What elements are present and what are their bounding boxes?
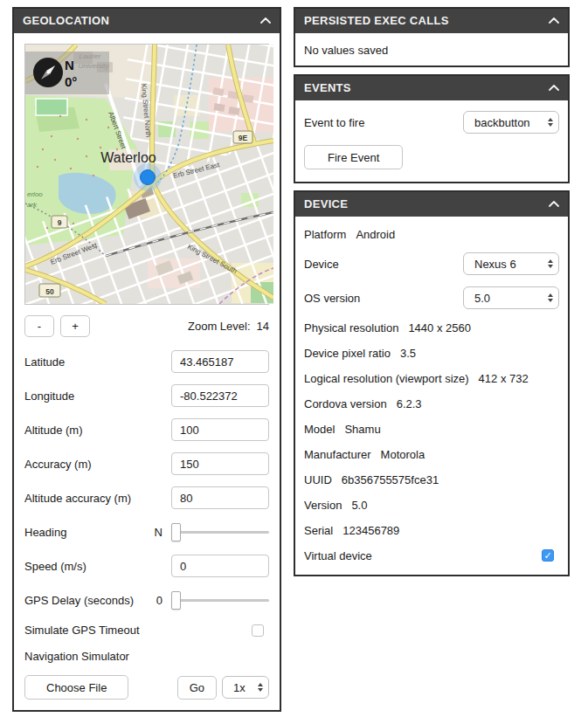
svg-text:9: 9	[58, 218, 62, 227]
select-updown-icon	[548, 259, 553, 268]
speed-input[interactable]	[171, 555, 269, 577]
map-shield-9e: 9E	[233, 131, 252, 143]
chevron-up-icon[interactable]	[549, 17, 559, 24]
event-to-fire-label: Event to fire	[304, 116, 364, 129]
map[interactable]: Laurier University Albert Street King St…	[24, 44, 269, 305]
gps-delay-slider-thumb[interactable]	[171, 591, 181, 610]
os-version-select[interactable]: 5.0	[463, 286, 559, 309]
fire-event-button[interactable]: Fire Event	[304, 145, 403, 169]
chevron-up-icon[interactable]	[549, 201, 559, 207]
device-panel-header[interactable]: DEVICE	[295, 192, 568, 217]
gps-delay-value: 0	[156, 594, 163, 607]
platform-value: Android	[356, 228, 395, 241]
map-label-park-2: ark	[27, 201, 38, 209]
compass-degrees-label: 0°	[65, 74, 77, 89]
map-label-park-1: erloo	[27, 190, 43, 198]
virtual-device-label: Virtual device	[304, 549, 372, 562]
zoom-out-button[interactable]: -	[24, 315, 54, 337]
svg-text:9E: 9E	[239, 134, 248, 142]
device-label: Device	[304, 258, 339, 271]
heading-slider-thumb[interactable]	[171, 523, 181, 541]
heading-slider[interactable]	[171, 522, 269, 542]
heading-value: N	[155, 526, 163, 539]
manufacturer-value: Motorola	[381, 448, 425, 461]
go-button[interactable]: Go	[177, 676, 217, 700]
speed-label: Speed (m/s)	[24, 560, 86, 573]
model-label: Model	[304, 423, 335, 436]
cordova-version-value: 6.2.3	[397, 397, 422, 410]
manufacturer-label: Manufacturer	[304, 448, 371, 461]
device-panel: DEVICE Platform Android Device Nexus 6	[294, 190, 570, 576]
altitude-label: Altitude (m)	[24, 424, 82, 437]
map-label-city: Waterloo	[100, 150, 156, 165]
event-select[interactable]: backbutton	[463, 111, 559, 134]
geolocation-panel-header[interactable]: GEOLOCATION	[14, 9, 280, 33]
device-panel-title: DEVICE	[304, 197, 348, 210]
select-updown-icon	[548, 118, 553, 127]
physical-resolution-label: Physical resolution	[304, 321, 398, 334]
persisted-panel-header[interactable]: PERSISTED EXEC CALLS	[295, 9, 568, 33]
cordova-version-label: Cordova version	[304, 397, 387, 410]
events-panel-header[interactable]: EVENTS	[295, 76, 568, 100]
map-sports-field	[36, 99, 67, 115]
persisted-exec-calls-panel: PERSISTED EXEC CALLS No values saved	[294, 7, 570, 67]
map-shield-50: 50	[39, 284, 60, 297]
location-marker[interactable]	[134, 163, 162, 191]
select-updown-icon	[258, 683, 263, 692]
chevron-up-icon[interactable]	[260, 17, 271, 24]
device-select[interactable]: Nexus 6	[463, 252, 559, 275]
device-pixel-ratio-value: 3.5	[400, 347, 416, 360]
heading-label: Heading	[24, 526, 66, 539]
model-value: Shamu	[344, 423, 380, 436]
version-value: 5.0	[351, 499, 367, 512]
altitude-accuracy-label: Altitude accuracy (m)	[24, 492, 131, 505]
persisted-empty-message: No values saved	[304, 44, 388, 57]
virtual-device-checkbox[interactable]: ✓	[542, 549, 554, 562]
uuid-value: 6b356755575fce31	[342, 473, 439, 486]
accuracy-input[interactable]	[171, 452, 269, 475]
events-panel: EVENTS Event to fire backbutton Fire Eve…	[294, 74, 570, 183]
navigation-simulator-label: Navigation Simulator	[24, 650, 129, 663]
platform-label: Platform	[304, 228, 346, 241]
map-shield-9: 9	[52, 216, 67, 228]
altitude-input[interactable]	[171, 418, 269, 441]
svg-text:50: 50	[45, 287, 54, 296]
simulator-page: GEOLOCATION	[0, 0, 588, 712]
longitude-input[interactable]	[171, 384, 269, 407]
latitude-input[interactable]	[171, 350, 269, 373]
choose-file-button[interactable]: Choose File	[24, 675, 128, 700]
playback-speed-select[interactable]: 1x	[222, 676, 269, 699]
chevron-up-icon[interactable]	[549, 85, 559, 91]
physical-resolution-value: 1440 x 2560	[408, 321, 471, 334]
logical-resolution-value: 412 x 732	[479, 372, 529, 385]
version-label: Version	[304, 499, 342, 512]
events-panel-title: EVENTS	[304, 81, 351, 94]
zoom-in-button[interactable]: +	[60, 315, 90, 337]
compass-overlay[interactable]: N 0°	[25, 52, 109, 94]
device-pixel-ratio-label: Device pixel ratio	[304, 347, 391, 360]
geolocation-panel: GEOLOCATION	[12, 7, 281, 712]
gps-delay-slider[interactable]	[171, 590, 269, 610]
zoom-level-value: 14	[257, 320, 269, 333]
logical-resolution-label: Logical resolution (viewport size)	[304, 372, 469, 385]
altitude-accuracy-input[interactable]	[171, 486, 269, 509]
accuracy-label: Accuracy (m)	[24, 458, 92, 471]
longitude-label: Longitude	[24, 390, 74, 403]
simulate-gps-timeout-checkbox[interactable]	[252, 624, 264, 637]
simulate-gps-timeout-label: Simulate GPS Timeout	[24, 624, 140, 637]
zoom-level-label: Zoom Level:	[188, 320, 251, 333]
serial-label: Serial	[304, 524, 333, 537]
uuid-label: UUID	[304, 473, 332, 486]
geolocation-panel-title: GEOLOCATION	[23, 14, 109, 27]
serial-value: 123456789	[342, 524, 399, 537]
os-version-label: OS version	[304, 292, 360, 305]
persisted-panel-title: PERSISTED EXEC CALLS	[304, 14, 449, 27]
latitude-label: Latitude	[24, 355, 65, 369]
compass-north-label: N	[65, 58, 74, 72]
gps-delay-label: GPS Delay (seconds)	[24, 594, 134, 607]
select-updown-icon	[548, 293, 553, 302]
